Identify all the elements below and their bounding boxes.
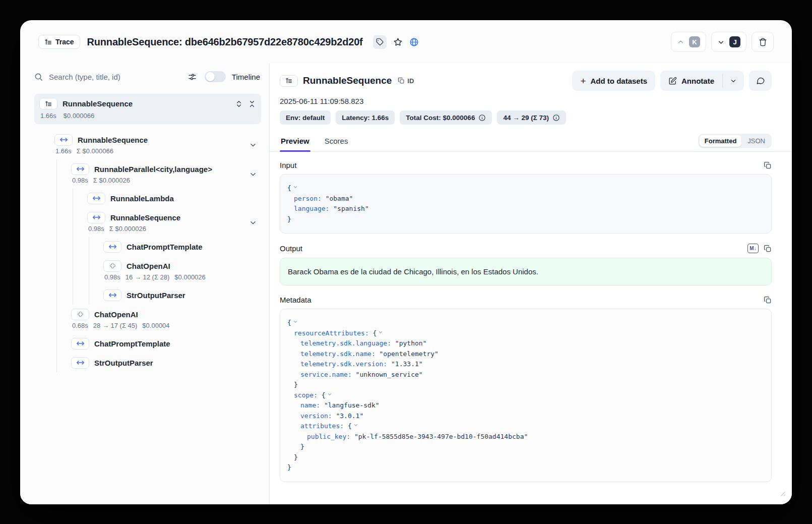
tab-preview[interactable]: Preview [280,137,310,151]
metric-badges-row: Env: defaultLatency: 1.66sTotal Cost: $0… [280,110,772,125]
json-key: scope: [294,391,318,399]
json-key: version: [300,412,332,420]
cost-value: $0.000026 [174,273,205,281]
expand-all-icon[interactable] [235,100,243,108]
tree-root-row-selected[interactable]: RunnableSequence [34,94,261,124]
tree-node-metrics: 0.68s28 → 17 (Σ 45)$0.00004 [57,322,261,334]
copy-icon[interactable] [764,245,772,253]
tree-node-chatopenai[interactable]: ChatOpenAI [57,305,261,324]
span-arrow-icon [103,289,121,301]
json-key: telemetry.sdk.language: [300,339,391,347]
toggle-knob [206,72,215,81]
output-label: Output [280,244,302,253]
json-line: language: "spanish" [287,204,764,214]
markdown-toggle-icon[interactable]: M↓ [747,244,759,253]
format-option-formatted[interactable]: Formatted [700,135,742,147]
output-text: Barack Obama es de la ciudad de Chicago,… [280,258,772,285]
globe-icon[interactable] [409,37,419,47]
json-close-brace: } [294,381,298,388]
tree-node-runnablesequence[interactable]: RunnableSequence [73,208,261,227]
delete-trace-button[interactable] [752,32,774,52]
detail-header: RunnableSequence ID + Add to datasets [270,64,792,125]
search-input[interactable] [49,73,182,81]
trace-tree: RunnableSequence [20,90,269,504]
chevron-down-icon[interactable] [293,185,298,190]
info-icon[interactable] [552,114,560,122]
token-usage-value: 28 → 17 (Σ 45) [93,322,138,329]
json-line: { [287,318,764,328]
search-row: Timeline [20,64,269,90]
input-label: Input [280,161,296,169]
info-icon[interactable] [478,114,486,122]
window-body: Timeline RunnableSequence [20,64,792,504]
chevron-down-icon[interactable] [249,218,257,226]
preview-content: Input {person: "obama"language: "spanish… [270,152,792,504]
add-to-datasets-button[interactable]: + Add to datasets [572,71,655,91]
chevron-down-icon[interactable] [249,141,257,149]
copy-id-group[interactable]: ID [398,77,414,85]
copy-icon[interactable] [764,296,772,304]
tree-node-chatopenai[interactable]: ChatOpenAI [89,256,261,275]
chevron-down-icon[interactable] [293,319,298,324]
id-label: ID [407,77,414,85]
cost-value: Σ $0.000026 [93,177,130,184]
tabs-row: PreviewScores FormattedJSON [270,132,792,152]
observation-tree: RunnableSequence1.66sΣ $0.000066Runnable… [34,130,261,372]
desktop: { "colors": { "accent": "#4f46e5", "span… [0,0,812,524]
filter-sliders-icon[interactable] [188,73,197,81]
previous-trace-button[interactable]: K [671,32,706,52]
json-key: language: [294,205,329,212]
chevron-down-icon[interactable] [353,423,358,428]
json-key: person: [294,195,322,202]
json-line: } [287,452,764,463]
format-option-json[interactable]: JSON [742,135,770,147]
trace-timestamp: 2025-06-11 11:09:58.823 [280,97,772,105]
tree-children: RunnableParallel<city,language>0.98sΣ $0… [56,159,261,372]
edit-pencil-icon [668,77,677,85]
annotate-button[interactable]: Annotate [660,71,722,91]
tree-node-chatprompttemplate[interactable]: ChatPromptTemplate [57,334,261,353]
tree-node-runnableparallel-city-language[interactable]: RunnableParallel<city,language> [57,159,261,179]
tree-node-runnablelambda[interactable]: RunnableLambda [73,189,261,208]
json-line: service.name: "unknown_service" [287,370,764,380]
resize-grip-icon[interactable] [779,489,785,498]
generation-icon [103,260,121,272]
tree-node-label: ChatOpenAI [127,262,170,270]
json-string-value: "spanish" [333,205,368,212]
json-line: telemetry.sdk.language: "python" [287,338,764,349]
collapse-all-icon[interactable] [248,100,256,108]
annotate-split-button: Annotate [660,71,744,91]
chevron-down-icon[interactable] [327,392,332,397]
detail-actions: + Add to datasets [572,71,772,91]
next-trace-button[interactable]: J [711,32,746,52]
tree-node-runnablesequence[interactable]: RunnableSequence [34,130,261,149]
json-key: resourceAttributes: [294,329,369,337]
json-line: } [287,380,764,390]
star-icon[interactable] [393,37,403,47]
chevron-down-icon[interactable] [249,170,257,178]
timeline-toggle[interactable] [205,71,226,82]
tree-node-stroutputparser[interactable]: StrOutputParser [57,353,261,372]
metadata-section-header: Metadata [280,296,772,304]
json-line: telemetry.sdk.version: "1.33.1" [287,359,764,370]
annotate-menu-chevron[interactable] [723,71,744,91]
tree-node-metrics: 1.66sΣ $0.000066 [34,147,261,159]
tab-scores[interactable]: Scores [324,137,349,151]
tabs: PreviewScores [280,137,362,151]
json-line: } [287,442,764,452]
tag-icon[interactable] [373,35,387,49]
chevron-down-icon[interactable] [378,330,383,335]
metric-badge-text: Env: default [286,114,325,122]
json-line: } [287,462,764,473]
comment-button[interactable] [749,71,772,91]
copy-icon[interactable] [764,161,772,169]
output-section-icons: M↓ [747,244,772,253]
tree-node-chatprompttemplate[interactable]: ChatPromptTemplate [89,237,261,256]
metric-badge: Total Cost: $0.000066 [400,110,492,125]
json-open-brace: { [348,422,352,430]
output-section-header: Output M↓ [280,244,772,253]
tree-node-stroutputparser[interactable]: StrOutputParser [89,285,261,305]
json-key: telemetry.sdk.name: [300,350,376,358]
trace-badge-label: Trace [55,38,74,46]
span-arrow-icon [103,241,121,253]
